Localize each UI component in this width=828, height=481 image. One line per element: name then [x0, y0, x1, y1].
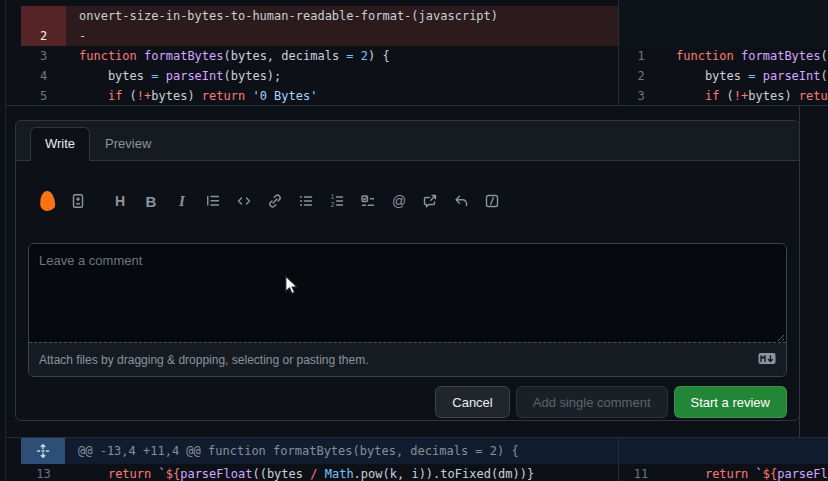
- diff-line: 13 return `${parseFloat((bytes / Math.po…: [6, 464, 618, 481]
- mention-button[interactable]: @: [390, 192, 408, 210]
- link-button[interactable]: [266, 192, 284, 210]
- comment-input[interactable]: [29, 244, 786, 342]
- line-code: bytes = parseInt(: [663, 66, 828, 86]
- diff-pane-old-bottom: @@ -13,4 +11,4 @@ function formatBytes(b…: [6, 438, 618, 481]
- unordered-list-icon: [298, 193, 314, 209]
- line-code: -: [66, 26, 618, 46]
- inline-comment-region: Write Preview HBI12@ Attach files by dra…: [5, 106, 800, 437]
- diff-section-bottom: @@ -13,4 +11,4 @@ function formatBytes(b…: [5, 437, 828, 481]
- line-code: [663, 26, 828, 46]
- diff-line: 1function formatBytes(: [619, 46, 828, 66]
- bold-button[interactable]: B: [142, 192, 160, 210]
- diff-pane-new: 1function formatBytes(2 bytes = parseInt…: [618, 0, 828, 105]
- extension-button[interactable]: [38, 192, 56, 210]
- slash-command-icon: [484, 193, 500, 209]
- bold-icon: B: [146, 193, 157, 210]
- diff-line: 3 if (!+bytes) retu: [619, 86, 828, 105]
- line-number: 11: [619, 464, 663, 481]
- reply-icon: [453, 193, 469, 209]
- diff-rows: 13 return `${parseFloat((bytes / Math.po…: [6, 464, 618, 481]
- line-number: 3: [21, 46, 66, 66]
- comment-tabs: Write Preview: [16, 121, 799, 161]
- start-review-button[interactable]: Start a review: [674, 386, 787, 418]
- comment-input-wrap: Attach files by dragging & dropping, sel…: [28, 243, 787, 377]
- svg-text:1: 1: [331, 193, 335, 200]
- line-code: function formatBytes(bytes, decimals = 2…: [66, 46, 618, 66]
- line-code: onvert-size-in-bytes-to-human-readable-f…: [66, 6, 618, 26]
- svg-text:2: 2: [331, 201, 335, 208]
- line-code: return `${parseFloat((bytes / Math.pow(k…: [66, 464, 618, 481]
- reply-button[interactable]: [452, 192, 470, 210]
- hunk-header: @@ -13,4 +11,4 @@ function formatBytes(b…: [65, 438, 618, 464]
- line-code: [663, 6, 828, 26]
- line-code: function formatBytes(: [663, 46, 828, 66]
- line-number: 4: [21, 66, 66, 86]
- ordered-list-icon: 12: [329, 193, 345, 209]
- markdown-toolbar: HBI12@: [38, 191, 787, 211]
- add-single-comment-button[interactable]: Add single comment: [516, 386, 668, 418]
- line-number: 1: [619, 46, 663, 66]
- line-number: 5: [21, 86, 66, 105]
- extension-icon: [39, 191, 55, 212]
- diff-pane-new-bottom: 11 return `${parseFl: [618, 438, 828, 481]
- diff-section-top: onvert-size-in-bytes-to-human-readable-f…: [5, 0, 828, 106]
- diff-line: 5 if (!+bytes) return '0 Bytes': [6, 86, 618, 105]
- hunk-row-right: [619, 438, 828, 464]
- tasklist-button[interactable]: [359, 192, 377, 210]
- cancel-button[interactable]: Cancel: [435, 386, 509, 418]
- line-code: if (!+bytes) retu: [663, 86, 828, 105]
- line-code: if (!+bytes) return '0 Bytes': [66, 86, 618, 105]
- hunk-header-right: [619, 438, 828, 464]
- line-number: 3: [619, 86, 663, 105]
- quote-icon: [205, 193, 221, 209]
- line-number: [619, 6, 663, 26]
- code-button[interactable]: [235, 192, 253, 210]
- list-ordered-button[interactable]: 12: [328, 192, 346, 210]
- markdown-icon: [758, 352, 776, 368]
- diff-line-empty: [619, 26, 828, 46]
- cross-reference-button[interactable]: [421, 192, 439, 210]
- italic-icon: I: [179, 193, 185, 210]
- italic-button[interactable]: I: [173, 192, 191, 210]
- line-code: bytes = parseInt(bytes);: [66, 66, 618, 86]
- heading-button[interactable]: H: [111, 192, 129, 210]
- diff-line-deleted: onvert-size-in-bytes-to-human-readable-f…: [6, 0, 618, 26]
- slash-command-button[interactable]: [483, 192, 501, 210]
- line-number: [21, 6, 66, 26]
- diff-line: 11 return `${parseFl: [619, 464, 828, 481]
- cross-reference-icon: [422, 193, 438, 209]
- heading-icon: H: [115, 193, 125, 209]
- line-number: 2: [619, 66, 663, 86]
- mention-icon: @: [392, 193, 406, 209]
- attach-files-text: Attach files by dragging & dropping, sel…: [39, 353, 369, 367]
- tab-preview[interactable]: Preview: [90, 127, 166, 161]
- line-number: [619, 26, 663, 46]
- diff-rows: 11 return `${parseFl: [619, 464, 828, 481]
- link-icon: [267, 193, 283, 209]
- diff-line: 3function formatBytes(bytes, decimals = …: [6, 46, 618, 66]
- hunk-row: @@ -13,4 +11,4 @@ function formatBytes(b…: [6, 438, 618, 464]
- comment-form: Write Preview HBI12@ Attach files by dra…: [15, 120, 800, 421]
- quote-button[interactable]: [204, 192, 222, 210]
- line-number: 2: [21, 26, 66, 46]
- line-code: return `${parseFl: [663, 464, 828, 481]
- list-unordered-button[interactable]: [297, 192, 315, 210]
- diff-line: 4 bytes = parseInt(bytes);: [6, 66, 618, 86]
- suggestion-button[interactable]: [69, 192, 87, 210]
- diff-line-deleted: 2-: [6, 26, 618, 46]
- code-icon: [236, 193, 252, 209]
- diff-pane-old: onvert-size-in-bytes-to-human-readable-f…: [6, 0, 618, 105]
- attach-files-bar[interactable]: Attach files by dragging & dropping, sel…: [29, 342, 786, 376]
- line-number: 13: [21, 464, 66, 481]
- expand-diff-button[interactable]: [21, 438, 65, 464]
- tab-write[interactable]: Write: [30, 127, 90, 161]
- diff-line: 2 bytes = parseInt(: [619, 66, 828, 86]
- comment-form-body: HBI12@ Attach files by dragging & droppi…: [16, 191, 799, 418]
- task-list-icon: [360, 193, 376, 209]
- diff-line-empty: [619, 0, 828, 26]
- comment-actions: Cancel Add single comment Start a review: [28, 386, 787, 418]
- suggestion-icon: [70, 193, 86, 209]
